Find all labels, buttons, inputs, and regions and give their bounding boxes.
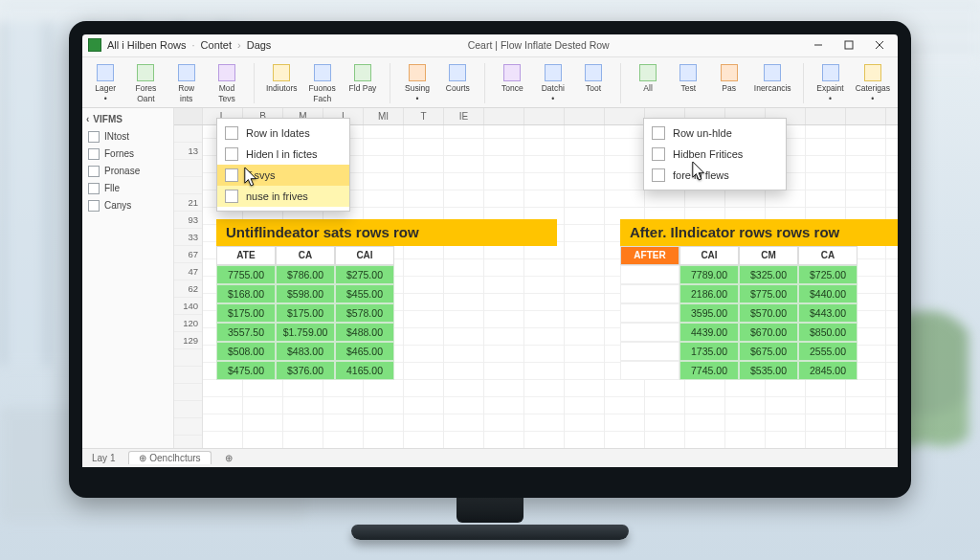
table-cell[interactable]: $443.00	[798, 303, 858, 323]
spreadsheet[interactable]: LBMIMITIE 13219333674762140120129 Untifl…	[174, 108, 898, 448]
row-header[interactable]: 129	[174, 332, 202, 349]
ribbon-button[interactable]: Susing •	[402, 63, 433, 103]
table-cell[interactable]: $598.00	[276, 284, 335, 303]
row-header[interactable]	[174, 160, 202, 177]
side-panel-item[interactable]: INtost	[86, 128, 169, 146]
table-cell[interactable]	[620, 303, 679, 323]
side-panel-item[interactable]: Pronase	[86, 163, 169, 180]
side-panel-item[interactable]: Flle	[86, 180, 169, 197]
row-header[interactable]: 47	[174, 263, 202, 280]
maximize-button[interactable]	[836, 36, 861, 54]
select-all-corner[interactable]	[174, 108, 203, 124]
row-header[interactable]	[174, 125, 202, 143]
menu-item[interactable]: Hidben Fritices	[644, 144, 786, 165]
table-cell[interactable]: $483.00	[276, 342, 335, 361]
table-cell[interactable]: $850.00	[798, 323, 858, 342]
column-header[interactable]: T	[404, 108, 444, 124]
column-header[interactable]	[806, 108, 846, 124]
table-cell[interactable]	[620, 323, 679, 342]
table-cell[interactable]: 1735.00	[679, 342, 739, 361]
row-header[interactable]: 120	[174, 315, 202, 332]
table-cell[interactable]: $455.00	[335, 284, 394, 303]
menu-item[interactable]: fore in flews	[644, 165, 786, 186]
sheet-tab[interactable]: ⊕ Oenclhcturs	[128, 451, 211, 464]
column-header[interactable]	[886, 108, 898, 124]
ribbon-button[interactable]: Tonce	[497, 63, 527, 95]
column-header[interactable]	[605, 108, 645, 124]
table-cell[interactable]: $175.00	[216, 303, 276, 323]
table-cell[interactable]: $325.00	[739, 265, 798, 284]
table-cell[interactable]: 2845.00	[798, 361, 858, 380]
row-header[interactable]: 140	[174, 298, 202, 315]
row-header[interactable]: 93	[174, 212, 202, 229]
ribbon-button[interactable]: Expaint •	[814, 63, 845, 103]
context-menu-right[interactable]: Row un-hldeHidben Friticesfore in flews	[643, 118, 787, 190]
table-cell[interactable]: 7745.00	[679, 361, 739, 380]
table-cell[interactable]: $508.00	[216, 342, 276, 361]
context-menu-left[interactable]: Row in IdatesHiden l in fictesF.svysnuse…	[216, 118, 350, 212]
ribbon-button[interactable]: Fld Pay	[347, 63, 378, 95]
table-cell[interactable]	[620, 265, 679, 284]
row-header[interactable]: 21	[174, 194, 202, 212]
table-cell[interactable]: 3557.50	[216, 323, 276, 342]
minimize-button[interactable]	[806, 36, 831, 54]
table-cell[interactable]	[620, 342, 679, 361]
row-header[interactable]	[174, 177, 202, 194]
table-cell[interactable]: $440.00	[798, 284, 858, 303]
table-cell[interactable]: $775.00	[739, 284, 798, 303]
table-cell[interactable]: 4165.00	[335, 361, 394, 380]
table-cell[interactable]: 7755.00	[216, 265, 276, 284]
ribbon-button[interactable]: Indiutors	[266, 63, 298, 95]
table-cell[interactable]	[620, 284, 679, 303]
table-cell[interactable]: $578.00	[335, 303, 394, 323]
ribbon-button[interactable]: Pas	[714, 63, 745, 95]
side-panel-item[interactable]: Fornes	[86, 146, 169, 163]
column-header[interactable]	[846, 108, 886, 124]
menu-item[interactable]: nuse in frives	[217, 186, 349, 207]
table-cell[interactable]: 2555.00	[798, 342, 858, 361]
ribbon-button[interactable]: Caterigas •	[856, 63, 890, 103]
table-cell[interactable]: $1.759.00	[276, 323, 335, 342]
ribbon-button[interactable]: Lager •	[90, 63, 121, 103]
column-header[interactable]	[484, 108, 524, 124]
ribbon-button[interactable]: Fuonos Fach	[307, 63, 338, 103]
table-cell[interactable]: $570.00	[739, 303, 798, 323]
ribbon-button[interactable]: Test	[673, 63, 703, 95]
table-cell[interactable]: $675.00	[739, 342, 798, 361]
ribbon-button[interactable]: Fores Oant	[130, 63, 161, 103]
ribbon-button[interactable]: Datchi •	[538, 63, 568, 103]
table-cell[interactable]: $475.00	[216, 361, 276, 380]
table-cell[interactable]: $465.00	[335, 342, 394, 361]
close-button[interactable]	[867, 36, 892, 54]
table-cell[interactable]: $275.00	[335, 265, 394, 284]
ribbon-button[interactable]: Inercancis	[754, 63, 791, 95]
row-header[interactable]: 13	[174, 143, 202, 160]
table-cell[interactable]: 4439.00	[679, 323, 739, 342]
column-header[interactable]: IE	[444, 108, 484, 124]
ribbon-button[interactable]: Row ints	[171, 63, 202, 103]
ribbon-button[interactable]: Mod Tevs	[212, 63, 242, 103]
menu-item[interactable]: F.svys	[217, 165, 349, 186]
table-cell[interactable]: $488.00	[335, 323, 394, 342]
column-header[interactable]	[565, 108, 605, 124]
table-cell[interactable]: 2186.00	[679, 284, 739, 303]
menu-item[interactable]: Row in Idates	[217, 123, 349, 144]
ribbon-button[interactable]: All	[633, 63, 663, 95]
table-cell[interactable]: $670.00	[739, 323, 798, 342]
table-cell[interactable]: $168.00	[216, 284, 276, 303]
table-cell[interactable]: $725.00	[798, 265, 858, 284]
row-header[interactable]: 33	[174, 229, 202, 246]
ribbon-button[interactable]: Courts	[442, 63, 473, 95]
menu-item[interactable]: Row un-hlde	[644, 123, 786, 144]
row-header[interactable]: 62	[174, 280, 202, 298]
column-header[interactable]	[524, 108, 565, 124]
table-cell[interactable]: $535.00	[739, 361, 798, 380]
row-header[interactable]: 67	[174, 246, 202, 263]
table-cell[interactable]: 7789.00	[679, 265, 739, 284]
side-panel-item[interactable]: Canys	[86, 197, 169, 214]
ribbon-button[interactable]: Toot	[578, 63, 609, 95]
table-cell[interactable]	[620, 361, 679, 380]
table-cell[interactable]: $376.00	[276, 361, 335, 380]
table-cell[interactable]: 3595.00	[679, 303, 739, 323]
menu-item[interactable]: Hiden l in fictes	[217, 144, 349, 165]
